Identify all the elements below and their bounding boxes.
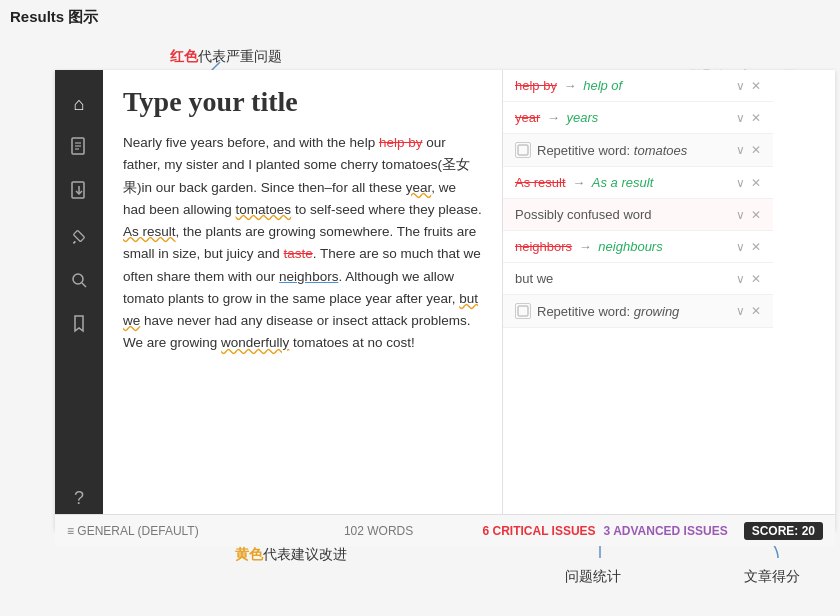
- editor-title: Type your title: [123, 86, 482, 118]
- score-label: 文章得分: [744, 568, 800, 584]
- expand-btn-2[interactable]: ∨: [736, 111, 745, 125]
- sug-replacement-1: help of: [583, 78, 622, 93]
- expand-btn-3[interactable]: ∨: [736, 143, 745, 157]
- sug-label-5: Possibly confused word: [515, 207, 652, 222]
- err-neighbors: neighbors: [279, 269, 338, 284]
- close-btn-5[interactable]: ✕: [751, 208, 761, 222]
- sidebar: ⌂: [55, 70, 103, 530]
- suggestion-text-6: neighbors → neighbours: [515, 239, 728, 254]
- sug-strikethrough-4: As result: [515, 175, 566, 190]
- yellow-suffix: 代表建议改进: [263, 546, 347, 562]
- suggestion-text-4: As result → As a result: [515, 175, 728, 190]
- sug-strikethrough-2: year: [515, 110, 540, 125]
- suggestion-text-5: Possibly confused word: [515, 207, 728, 222]
- close-btn-3[interactable]: ✕: [751, 143, 761, 157]
- suggestions-panel: help by → help of ∨ ✕ year → years ∨ ✕: [503, 70, 773, 530]
- close-btn-8[interactable]: ✕: [751, 304, 761, 318]
- editor-panel[interactable]: Type your title Nearly five years before…: [103, 70, 503, 530]
- close-btn-4[interactable]: ✕: [751, 176, 761, 190]
- suggestion-text-8: Repetitive word: growing: [537, 304, 728, 319]
- expand-btn-6[interactable]: ∨: [736, 240, 745, 254]
- svg-rect-7: [73, 230, 84, 241]
- err-help-by: help by: [379, 135, 423, 150]
- suggestion-item-5[interactable]: Possibly confused word ∨ ✕: [503, 199, 773, 231]
- svg-rect-5: [72, 182, 84, 198]
- yellow-text: 黄色: [235, 546, 263, 562]
- close-btn-2[interactable]: ✕: [751, 111, 761, 125]
- status-word-count: 102 WORDS: [275, 524, 483, 538]
- suggestion-item-6[interactable]: neighbors → neighbours ∨ ✕: [503, 231, 773, 263]
- suggestion-text-7: but we: [515, 271, 728, 286]
- close-btn-1[interactable]: ✕: [751, 79, 761, 93]
- suggestion-item-8[interactable]: Repetitive word: growing ∨ ✕: [503, 295, 773, 328]
- svg-point-8: [73, 274, 83, 284]
- sug-strikethrough-6: neighbors: [515, 239, 572, 254]
- sug-replacement-2: years: [567, 110, 599, 125]
- editor-body[interactable]: Nearly five years before, and with the h…: [123, 132, 482, 355]
- checkbox-icon-3: [515, 142, 531, 158]
- status-general: ≡ GENERAL (DEFAULT): [67, 524, 275, 538]
- close-btn-6[interactable]: ✕: [751, 240, 761, 254]
- sidebar-icon-document[interactable]: [55, 126, 103, 170]
- suggestion-item-2[interactable]: year → years ∨ ✕: [503, 102, 773, 134]
- err-wonderfully: wonderfully: [221, 335, 289, 350]
- err-tomatoes: tomatoes: [236, 202, 292, 217]
- suggestion-text-3: Repetitive word: tomatoes: [537, 143, 728, 158]
- word-count-label: 102 WORDS: [344, 524, 413, 538]
- svg-rect-11: [518, 306, 528, 316]
- sug-label-8: Repetitive word: growing: [537, 304, 679, 319]
- sug-label-3: Repetitive word: tomatoes: [537, 143, 687, 158]
- sidebar-icon-download[interactable]: [55, 170, 103, 214]
- sidebar-icon-bookmark[interactable]: [55, 302, 103, 346]
- main-area: ⌂: [55, 70, 835, 530]
- results-label: Results 图示: [10, 8, 98, 25]
- sug-label-7: but we: [515, 271, 553, 286]
- err-taste: taste: [284, 246, 313, 261]
- annotation-score: 文章得分: [744, 568, 800, 586]
- general-label: ≡ GENERAL (DEFAULT): [67, 524, 199, 538]
- close-btn-7[interactable]: ✕: [751, 272, 761, 286]
- suggestion-text-2: year → years: [515, 110, 728, 125]
- suggestion-text-1: help by → help of: [515, 78, 728, 93]
- critical-issues-label: 6 CRITICAL ISSUES: [482, 524, 595, 538]
- score-badge: SCORE: 20: [744, 522, 823, 540]
- sug-replacement-4: As a result: [592, 175, 653, 190]
- text-part-1: Nearly five years before, and with the h…: [123, 135, 379, 150]
- expand-btn-1[interactable]: ∨: [736, 79, 745, 93]
- red-text: 红色: [170, 48, 198, 64]
- err-year: year: [406, 180, 432, 195]
- expand-btn-7[interactable]: ∨: [736, 272, 745, 286]
- outer-wrapper: Results 图示 红色代表严重问题 错误的解释，可展开 黄色代表建议改进 问…: [0, 0, 840, 616]
- text-part-4: to self-seed where they please.: [291, 202, 482, 217]
- annotation-yellow: 黄色代表建议改进: [235, 546, 347, 564]
- advanced-issues-label: 3 ADVANCED ISSUES: [604, 524, 728, 538]
- stats-label: 问题统计: [565, 568, 621, 584]
- expand-btn-5[interactable]: ∨: [736, 208, 745, 222]
- annotation-red: 红色代表严重问题: [170, 48, 282, 66]
- top-label: Results 图示: [10, 8, 98, 27]
- sidebar-icon-search[interactable]: [55, 258, 103, 302]
- sug-replacement-6: neighbours: [598, 239, 662, 254]
- checkbox-icon-8: [515, 303, 531, 319]
- status-issues: 6 CRITICAL ISSUES 3 ADVANCED ISSUES SCOR…: [482, 522, 823, 540]
- red-suffix: 代表严重问题: [198, 48, 282, 64]
- expand-btn-8[interactable]: ∨: [736, 304, 745, 318]
- svg-rect-10: [518, 145, 528, 155]
- status-bar: ≡ GENERAL (DEFAULT) 102 WORDS 6 CRITICAL…: [55, 514, 835, 546]
- err-as-result: As result: [123, 224, 176, 239]
- text-part-9: tomatoes at no cost!: [289, 335, 414, 350]
- annotation-stats: 问题统计: [565, 568, 621, 586]
- suggestion-item-1[interactable]: help by → help of ∨ ✕: [503, 70, 773, 102]
- suggestion-item-7[interactable]: but we ∨ ✕: [503, 263, 773, 295]
- sug-strikethrough-1: help by: [515, 78, 557, 93]
- expand-btn-4[interactable]: ∨: [736, 176, 745, 190]
- svg-line-9: [82, 283, 86, 287]
- suggestion-item-4[interactable]: As result → As a result ∨ ✕: [503, 167, 773, 199]
- sidebar-icon-home[interactable]: ⌂: [55, 82, 103, 126]
- suggestion-item-3[interactable]: Repetitive word: tomatoes ∨ ✕: [503, 134, 773, 167]
- sidebar-icon-pen[interactable]: [55, 214, 103, 258]
